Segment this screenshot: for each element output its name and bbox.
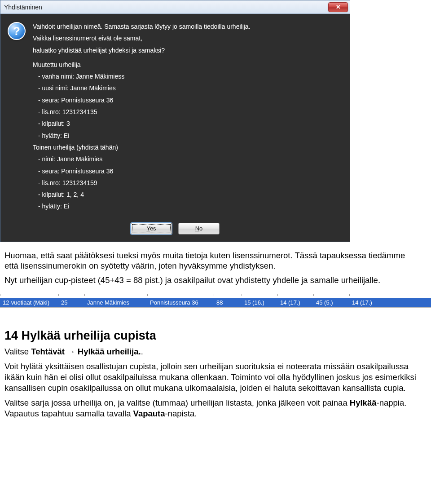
cell-series: 12-vuotiaat (Mäki) [0, 299, 58, 306]
close-button[interactable]: ✕ [328, 2, 348, 12]
doc-paragraph: Huomaa, että saat päätöksesi tueksi myös… [4, 250, 418, 271]
dialog-line: - hylätty: Ei [38, 131, 343, 140]
dialog-line: - kilpailut: 1, 2, 4 [38, 190, 343, 199]
section-paragraph: Valitse sarja jossa urheilija on, ja val… [4, 398, 418, 419]
cell-result1: 15 (16.) [242, 299, 277, 306]
dialog-title: Yhdistäminen [4, 4, 328, 11]
dialog-line: - uusi nimi: Janne Mäkimies [38, 84, 343, 93]
section-paragraph: Voit hylätä yksittäisen osallistujan cup… [4, 361, 418, 393]
cell-result2: 14 (17.) [277, 299, 313, 306]
merge-dialog: Yhdistäminen ✕ ? Vaihdoit urheilijan nim… [0, 0, 350, 242]
section-heading: 14 Hylkää urheilija cupista [4, 329, 427, 343]
dialog-body: ? Vaihdoit urheilijan nimeä. Samasta sar… [0, 14, 350, 219]
cell-result4: 14 (17.) [349, 299, 431, 306]
dialog-line: - nimi: Janne Mäkimies [38, 155, 343, 164]
dialog-subheader: Muutettu urheilija [33, 60, 343, 69]
dialog-line: haluatko yhdistää urheilijat yhdeksi ja … [33, 46, 343, 55]
selected-row[interactable]: 12-vuotiaat (Mäki) 25 Janne Mäkimies Pon… [0, 298, 431, 307]
dialog-line: - vanha nimi: Janne Mäkimiess [38, 72, 343, 81]
dialog-line: - seura: Ponnistusseura 36 [38, 96, 343, 105]
dialog-line: - hylätty: Ei [38, 202, 343, 211]
question-icon: ? [8, 22, 26, 40]
dialog-line: - kilpailut: 3 [38, 119, 343, 128]
yes-button[interactable]: Yes [131, 223, 172, 234]
doc-paragraphs: Huomaa, että saat päätöksesi tueksi myös… [0, 242, 422, 293]
section-body: Valitse Tehtävät → Hylkää urheilija.. Vo… [0, 346, 422, 430]
dialog-line: - seura: Ponnistusseura 36 [38, 167, 343, 176]
dialog-subheader: Toinen urheilija (yhdistä tähän) [33, 143, 343, 152]
cell-number: 25 [58, 299, 84, 306]
dialog-line: Vaikka lisenssinumerot eivät ole samat, [33, 34, 343, 43]
dialog-button-row: Yes No [0, 219, 350, 242]
dialog-line: - lis.nro: 1231234159 [38, 178, 343, 187]
no-button[interactable]: No [178, 223, 220, 234]
dialog-titlebar: Yhdistäminen ✕ [0, 0, 350, 14]
cell-points: 88 [214, 299, 242, 306]
result-row-strip: 12-vuotiaat (Mäki) 25 Janne Mäkimies Pon… [0, 294, 431, 310]
cell-club: Ponnistusseura 36 [147, 299, 214, 306]
dialog-message: Vaihdoit urheilijan nimeä. Samasta sarja… [33, 22, 343, 214]
cell-name: Janne Mäkimies [84, 299, 147, 306]
doc-paragraph: Nyt urheilijan cup-pisteet (45+43 = 88 p… [4, 275, 418, 286]
dialog-line: - lis.nro: 1231234135 [38, 107, 343, 116]
dialog-line: Vaihdoit urheilijan nimeä. Samasta sarja… [33, 22, 343, 31]
cell-result3: 45 (5.) [313, 299, 349, 306]
menu-path: Valitse Tehtävät → Hylkää urheilija.. [4, 346, 418, 357]
close-icon: ✕ [336, 4, 341, 10]
